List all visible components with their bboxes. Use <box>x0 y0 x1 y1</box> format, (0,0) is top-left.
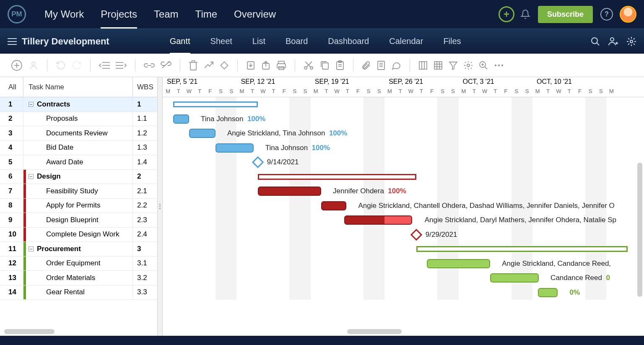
comment-icon[interactable] <box>391 61 401 70</box>
task-name-cell[interactable]: Feasibility Study <box>23 184 133 198</box>
task-bar[interactable] <box>216 143 254 153</box>
gantt-vscroll[interactable] <box>637 163 642 297</box>
task-name-cell[interactable]: Award Date <box>23 155 133 169</box>
add-button[interactable]: + <box>499 6 514 22</box>
col-header-name[interactable]: Task Name <box>23 77 133 97</box>
milestone-tool-icon[interactable] <box>220 61 229 70</box>
subscribe-button[interactable]: Subscribe <box>538 6 593 23</box>
task-bar[interactable] <box>189 129 216 138</box>
row-number: 10 <box>0 228 23 242</box>
task-row[interactable]: 11−Procurement3 <box>0 242 157 257</box>
notes-icon[interactable] <box>377 60 385 70</box>
import-icon[interactable] <box>246 60 255 70</box>
help-icon[interactable]: ? <box>600 8 613 21</box>
task-row[interactable]: 6−Design2 <box>0 170 157 184</box>
collapse-icon[interactable]: − <box>29 246 34 252</box>
task-name-cell[interactable]: −Contracts <box>23 97 133 112</box>
task-row[interactable]: 7Feasibility Study2.1 <box>0 184 157 199</box>
collapse-icon[interactable]: − <box>29 102 34 107</box>
add-task-icon[interactable] <box>11 60 23 71</box>
search-icon[interactable] <box>590 36 600 47</box>
copy-icon[interactable] <box>319 61 330 70</box>
task-bar[interactable] <box>344 215 412 225</box>
task-row[interactable]: 12Order Equipment3.1 <box>0 257 157 271</box>
task-name-cell[interactable]: Apply for Permits <box>23 199 133 213</box>
col-header-all[interactable]: All <box>0 77 23 97</box>
task-bar[interactable] <box>538 288 558 297</box>
unlink-icon[interactable] <box>161 61 171 70</box>
add-person-icon[interactable] <box>608 36 619 47</box>
gantt-hscroll[interactable] <box>347 329 402 334</box>
export-icon[interactable] <box>261 60 270 70</box>
tab-list[interactable]: List <box>242 29 275 54</box>
nav-overview[interactable]: Overview <box>226 0 284 29</box>
task-bar[interactable] <box>427 259 490 268</box>
task-name-cell[interactable]: Complete Design Work <box>23 228 133 242</box>
cut-icon[interactable] <box>304 61 314 70</box>
summary-bar[interactable] <box>416 246 628 252</box>
collapse-icon[interactable]: − <box>29 174 34 179</box>
summary-bar[interactable] <box>258 174 416 180</box>
trash-icon[interactable] <box>189 60 198 70</box>
task-bar[interactable] <box>490 273 539 283</box>
task-row[interactable]: 3Documents Review1.2 <box>0 126 157 141</box>
task-name-cell[interactable]: Gear Rental <box>23 285 133 300</box>
more-icon[interactable] <box>494 64 504 67</box>
indent-icon[interactable] <box>116 61 127 70</box>
redo-icon[interactable] <box>72 60 82 70</box>
columns-icon[interactable] <box>418 61 428 70</box>
outdent-icon[interactable] <box>99 61 110 70</box>
nav-my-work[interactable]: My Work <box>36 0 92 29</box>
tab-sheet[interactable]: Sheet <box>200 29 242 54</box>
progress-icon[interactable] <box>204 60 214 70</box>
task-bar[interactable] <box>173 114 189 124</box>
menu-icon[interactable] <box>8 38 17 45</box>
task-row[interactable]: 2Proposals1.1 <box>0 112 157 127</box>
summary-bar[interactable] <box>173 101 258 107</box>
bell-icon[interactable] <box>520 9 530 19</box>
zoom-icon[interactable] <box>479 61 488 70</box>
nav-time[interactable]: Time <box>187 0 226 29</box>
print-icon[interactable] <box>276 61 286 70</box>
col-header-wbs[interactable]: WBS <box>133 77 157 97</box>
task-row[interactable]: 8Apply for Permits2.2 <box>0 199 157 213</box>
tab-calendar[interactable]: Calendar <box>379 29 433 54</box>
task-row[interactable]: 13Order Materials3.2 <box>0 271 157 285</box>
task-row[interactable]: 9Design Blueprint2.3 <box>0 213 157 228</box>
task-row[interactable]: 10Complete Design Work2.4 <box>0 228 157 242</box>
task-name-cell[interactable]: Documents Review <box>23 126 133 140</box>
nav-projects[interactable]: Projects <box>92 0 145 29</box>
filter-icon[interactable] <box>449 61 458 70</box>
undo-icon[interactable] <box>56 60 66 70</box>
assign-icon[interactable] <box>29 60 39 70</box>
task-name-cell[interactable]: Order Materials <box>23 271 133 285</box>
task-name-cell[interactable]: −Design <box>23 170 133 184</box>
attachment-icon[interactable] <box>362 60 371 70</box>
splitter-handle[interactable] <box>158 77 163 336</box>
task-name-cell[interactable]: Proposals <box>23 112 133 126</box>
task-row[interactable]: 1−Contracts1 <box>0 97 157 112</box>
task-name-cell[interactable]: Bid Date <box>23 141 133 155</box>
settings-icon[interactable] <box>464 61 473 70</box>
task-row[interactable]: 5Award Date1.4 <box>0 155 157 170</box>
paste-icon[interactable] <box>335 60 345 70</box>
link-icon[interactable] <box>144 62 155 69</box>
logo-icon[interactable]: PM <box>8 5 26 23</box>
task-bar[interactable] <box>321 201 346 210</box>
grid-hscroll[interactable] <box>4 329 55 334</box>
task-bar[interactable] <box>258 187 321 196</box>
task-name-cell[interactable]: Order Equipment <box>23 257 133 271</box>
grid-icon[interactable] <box>434 61 443 70</box>
tab-board[interactable]: Board <box>275 29 318 54</box>
task-name-cell[interactable]: Design Blueprint <box>23 213 133 227</box>
avatar[interactable] <box>620 6 636 23</box>
day-label: F <box>353 88 363 94</box>
task-name-cell[interactable]: −Procurement <box>23 242 133 256</box>
nav-team[interactable]: Team <box>145 0 187 29</box>
tab-gantt[interactable]: Gantt <box>160 29 200 54</box>
tab-dashboard[interactable]: Dashboard <box>318 29 379 54</box>
task-row[interactable]: 14Gear Rental3.3 <box>0 285 157 300</box>
tab-files[interactable]: Files <box>433 29 471 54</box>
task-row[interactable]: 4Bid Date1.3 <box>0 141 157 156</box>
gear-icon[interactable] <box>626 36 636 47</box>
